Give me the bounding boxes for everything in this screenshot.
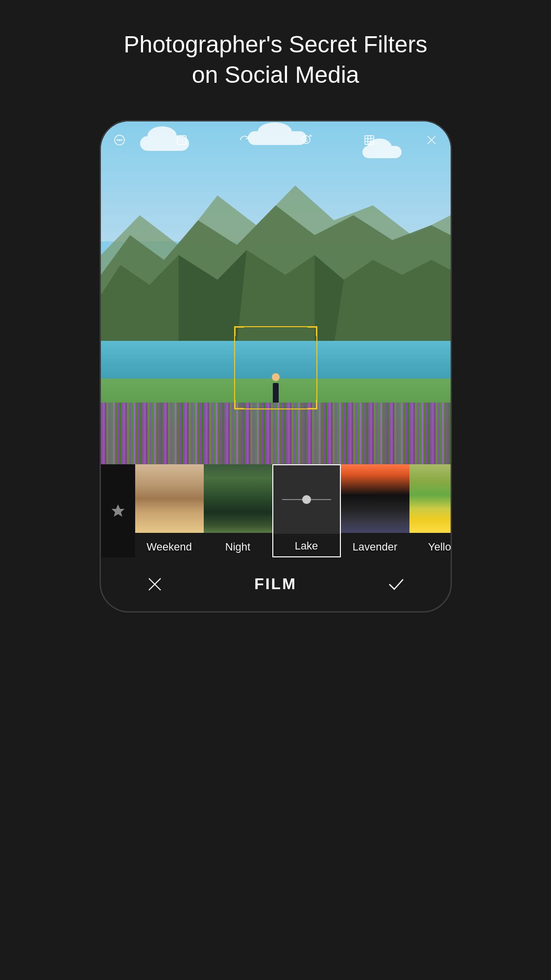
- filter-thumb-lake: [273, 465, 340, 534]
- svg-text:1:1: 1:1: [178, 139, 184, 143]
- filter-label-night: Night: [204, 541, 272, 553]
- camera-view: 1:1: [101, 121, 451, 464]
- filter-strip: Weekend Night Lake Lavender: [101, 464, 451, 557]
- filter-item-night[interactable]: Night: [204, 464, 272, 557]
- bottom-bar: FILM: [101, 557, 451, 611]
- filter-label-lake: Lake: [273, 540, 340, 552]
- filter-item-lavender[interactable]: Lavender: [341, 464, 409, 557]
- mountains: [101, 156, 451, 344]
- sticker-icon[interactable]: [298, 131, 315, 149]
- landscape: [101, 121, 451, 464]
- filter-label-lavender: Lavender: [341, 541, 409, 553]
- rotate-icon[interactable]: [236, 131, 253, 149]
- filter-label-weekend: Weekend: [135, 541, 204, 553]
- focus-corner-bl: [234, 400, 244, 409]
- crop-aspect-icon[interactable]: 1:1: [173, 131, 191, 149]
- svg-point-11: [302, 136, 310, 143]
- svg-point-6: [117, 140, 118, 141]
- title-text: Photographer's Secret Filters on Social …: [123, 31, 427, 88]
- filter-starred[interactable]: [101, 464, 135, 557]
- cancel-button[interactable]: [140, 570, 169, 599]
- flowers: [101, 403, 451, 464]
- phone-frame: 1:1: [99, 120, 452, 613]
- svg-marker-24: [111, 504, 124, 516]
- filter-label-yellow: Yellow: [409, 541, 451, 553]
- grid-icon[interactable]: [360, 131, 378, 149]
- camera-toolbar: 1:1: [111, 131, 441, 149]
- svg-point-8: [121, 140, 122, 141]
- filter-thumb-weekend: [135, 464, 204, 533]
- filter-thumb-yellow: [409, 464, 451, 533]
- close-camera-icon[interactable]: [423, 131, 440, 149]
- more-options-icon[interactable]: [111, 131, 128, 149]
- filter-item-yellow[interactable]: Yellow: [409, 464, 451, 557]
- slider-dot: [302, 495, 311, 504]
- filter-item-weekend[interactable]: Weekend: [135, 464, 204, 557]
- focus-corner-tr: [308, 326, 317, 336]
- focus-corner-tl: [234, 326, 244, 336]
- slider-line: [282, 499, 331, 500]
- focus-corner-br: [308, 400, 317, 409]
- svg-rect-17: [365, 136, 374, 144]
- svg-point-7: [119, 140, 120, 141]
- confirm-button[interactable]: [382, 570, 411, 599]
- phone-wrapper: 1:1: [0, 110, 551, 622]
- page-title: Photographer's Secret Filters on Social …: [0, 0, 551, 110]
- filter-thumb-lavender: [341, 464, 409, 533]
- film-label: FILM: [254, 575, 297, 593]
- filter-thumb-night: [204, 464, 272, 533]
- focus-box: [234, 326, 317, 409]
- filter-item-lake[interactable]: Lake: [272, 464, 341, 557]
